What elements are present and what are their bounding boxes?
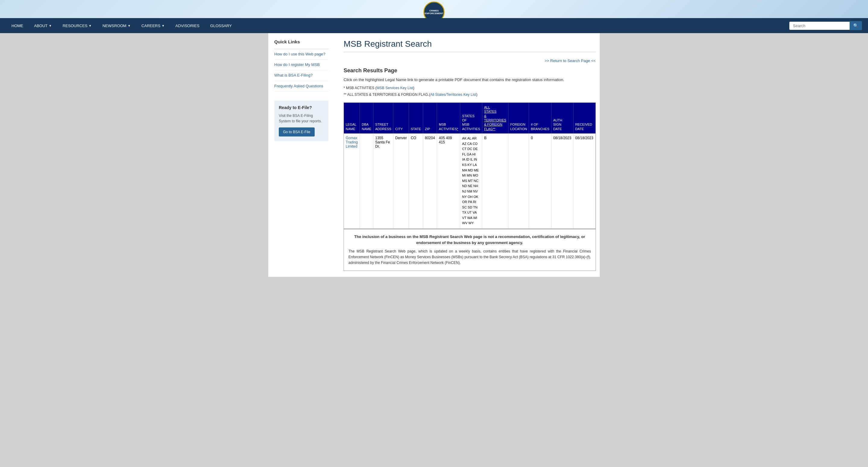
msb-services-key-list-link[interactable]: MSB Services Key List <box>376 86 413 90</box>
col-foreign-location: FOREIGNLOCATION <box>508 103 529 133</box>
return-link-container: >> Return to Search Page << <box>344 58 596 63</box>
quick-links-title: Quick Links <box>274 39 329 44</box>
page-wrapper: Quick Links How do I use this Web page? … <box>268 33 600 277</box>
page-title: MSB Registrant Search <box>344 39 596 52</box>
cell-state: CO <box>409 133 423 229</box>
logo-circle: CRIMESENFORCEMENT <box>424 1 444 18</box>
cell-dba-name <box>360 133 373 229</box>
top-banner: CRIMESENFORCEMENT <box>0 0 868 18</box>
cell-auth-sign-date: 08/18/2023 <box>551 133 573 229</box>
cell-street-address: 1355 Santa Fe Dr, <box>373 133 393 229</box>
main-nav: HOME ABOUT ▼ RESOURCES ▼ NEWSROOM ▼ CARE… <box>0 18 868 33</box>
disclaimer-box: The inclusion of a business on the MSB R… <box>344 229 596 271</box>
cell-city: Denver <box>393 133 409 229</box>
nav-resources[interactable]: RESOURCES ▼ <box>57 18 97 33</box>
results-table-wrapper: LEGALNAME DBANAME STREETADDRESS CITY STA… <box>344 102 596 229</box>
bsa-efile-button[interactable]: Go to BSA E-File <box>279 127 315 136</box>
col-state: STATE <box>409 103 423 133</box>
legal-name-link[interactable]: Gomax Trading Limited <box>346 136 358 149</box>
footnotes: * MSB ACTIVITIES (MSB Services Key List)… <box>344 85 596 98</box>
sidebar-link-bsa-efiling[interactable]: What is BSA E-Filing? <box>274 73 313 77</box>
cell-received-date: 08/18/2023 <box>573 133 595 229</box>
main-content: MSB Registrant Search >> Return to Searc… <box>335 33 605 277</box>
ready-box-title: Ready to E-File? <box>279 105 324 110</box>
search-instructions: Click on the highlighted Legal Name link… <box>344 77 596 82</box>
all-states-footnote-link[interactable]: ** <box>493 127 495 131</box>
states-list: AK AL AR AZ CA CO CT DC DE FL GA HI IA I… <box>462 136 479 225</box>
sidebar-link-faq[interactable]: Frequently Asked Questions <box>274 84 323 88</box>
sidebar-link-register[interactable]: How do I register My MSB <box>274 62 320 67</box>
nav-advisories[interactable]: ADVISORIES <box>170 18 205 33</box>
sidebar-links: How do I use this Web page? How do I reg… <box>274 49 329 92</box>
table-row: Gomax Trading Limited 1355 Santa Fe Dr, … <box>344 133 595 229</box>
col-city: CITY <box>393 103 409 133</box>
newsroom-arrow: ▼ <box>127 24 130 27</box>
nav-search-area: 🔍 <box>789 21 862 30</box>
col-received-date: RECEIVEDDATE <box>573 103 595 133</box>
table-header: LEGALNAME DBANAME STREETADDRESS CITY STA… <box>344 103 595 133</box>
search-button[interactable]: 🔍 <box>849 21 862 30</box>
col-branches: # OFBRANCHES <box>529 103 551 133</box>
col-street-address: STREETADDRESS <box>373 103 393 133</box>
col-legal-name: LEGALNAME <box>344 103 360 133</box>
nav-about[interactable]: ABOUT ▼ <box>29 18 57 33</box>
logo-area: CRIMESENFORCEMENT <box>424 0 444 18</box>
search-input[interactable] <box>789 22 849 30</box>
sidebar-item-how-to-use[interactable]: How do I use this Web page? <box>274 49 329 60</box>
content-layout: Quick Links How do I use this Web page? … <box>268 33 600 277</box>
ready-to-efile-box: Ready to E-File? Visit the BSA E-Filing … <box>274 101 329 141</box>
sidebar: Quick Links How do I use this Web page? … <box>268 33 335 277</box>
search-results-title: Search Results Page <box>344 67 596 74</box>
col-auth-sign-date: AUTHSIGNDATE <box>551 103 573 133</box>
nav-newsroom[interactable]: NEWSROOM ▼ <box>97 18 136 33</box>
table-body: Gomax Trading Limited 1355 Santa Fe Dr, … <box>344 133 595 229</box>
all-states-key-list-link[interactable]: All States/Territories Key List <box>430 93 476 97</box>
cell-msb-activities: 405 409 415 <box>437 133 460 229</box>
cell-all-states: B <box>482 133 508 229</box>
ready-box-description: Visit the BSA E-Filing System to file yo… <box>279 113 324 124</box>
disclaimer-title: The inclusion of a business on the MSB R… <box>348 234 591 246</box>
careers-arrow: ▼ <box>161 24 164 27</box>
nav-home[interactable]: HOME <box>6 18 29 33</box>
return-to-search-link[interactable]: >> Return to Search Page << <box>545 58 596 63</box>
nav-careers[interactable]: CAREERS ▼ <box>136 18 170 33</box>
cell-branches: 0 <box>529 133 551 229</box>
sidebar-item-register[interactable]: How do I register My MSB <box>274 60 329 70</box>
col-all-states: ALLSTATES&TERRITORIES& FOREIGNFLAG** <box>482 103 508 133</box>
col-zip: ZIP <box>423 103 437 133</box>
table-header-row: LEGALNAME DBANAME STREETADDRESS CITY STA… <box>344 103 595 133</box>
footnote-2: ** ALL STATES & TERRITORIES & FOREIGN FL… <box>344 92 596 98</box>
sidebar-item-faq[interactable]: Frequently Asked Questions <box>274 81 329 92</box>
about-arrow: ▼ <box>49 24 52 27</box>
sidebar-item-bsa-efiling[interactable]: What is BSA E-Filing? <box>274 70 329 81</box>
cell-legal-name: Gomax Trading Limited <box>344 133 360 229</box>
disclaimer-text: The MSB Registrant Search Web page, whic… <box>348 249 591 266</box>
cell-zip: 80204 <box>423 133 437 229</box>
nav-items: HOME ABOUT ▼ RESOURCES ▼ NEWSROOM ▼ CARE… <box>6 18 789 33</box>
sidebar-link-how-to-use[interactable]: How do I use this Web page? <box>274 52 326 56</box>
nav-glossary[interactable]: GLOSSARY <box>205 18 237 33</box>
results-table: LEGALNAME DBANAME STREETADDRESS CITY STA… <box>344 103 595 229</box>
resources-arrow: ▼ <box>89 24 92 27</box>
msb-activities-footnote-link[interactable]: * <box>457 127 458 131</box>
col-msb-activities: MSBACTIVITIES* <box>437 103 460 133</box>
logo-text: CRIMESENFORCEMENT <box>425 9 443 15</box>
footnote-1: * MSB ACTIVITIES (MSB Services Key List) <box>344 85 596 92</box>
col-dba-name: DBANAME <box>360 103 373 133</box>
col-states-of-msb: STATESOFMSBACTIVITIES <box>460 103 482 133</box>
cell-states-of-msb: AK AL AR AZ CA CO CT DC DE FL GA HI IA I… <box>460 133 482 229</box>
cell-foreign-location <box>508 133 529 229</box>
